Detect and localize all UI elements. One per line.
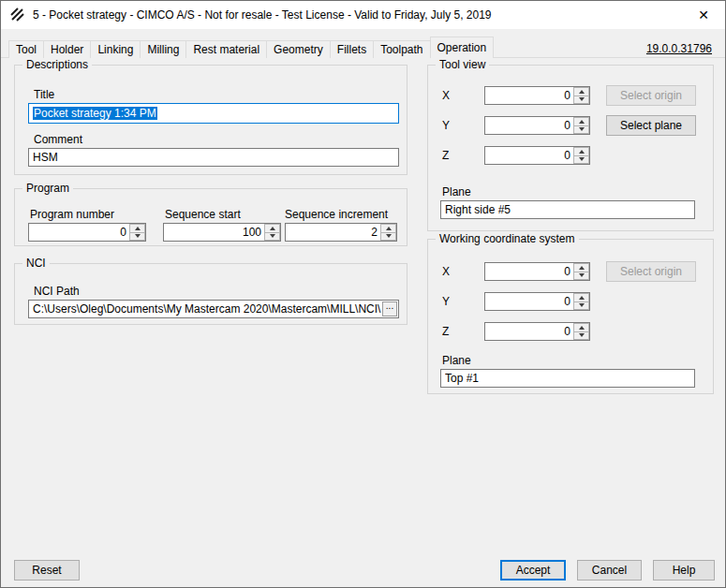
wcs-plane-input[interactable]: [440, 369, 695, 388]
tab-geometry[interactable]: Geometry: [266, 40, 331, 58]
select-origin-button: Select origin: [606, 85, 696, 106]
wcs-z-value: 0: [485, 323, 573, 340]
spin-down-button[interactable]: [573, 155, 589, 165]
help-button[interactable]: Help: [653, 560, 715, 581]
app-icon: [10, 7, 25, 22]
tab-bar: Tool Holder Linking Milling Rest materia…: [8, 37, 493, 58]
sequence-increment-value: 2: [286, 224, 380, 241]
tab-fillets[interactable]: Fillets: [330, 40, 374, 58]
tool-view-y-label: Y: [442, 119, 450, 132]
wcs-y-value: 0: [485, 293, 573, 310]
tool-view-plane-input[interactable]: [440, 200, 695, 219]
tool-view-x-value: 0: [485, 87, 573, 104]
group-descriptions: Descriptions Title Pocket strategy 1:34 …: [14, 65, 407, 175]
tool-view-z-value: 0: [485, 147, 573, 164]
sequence-increment-spinner[interactable]: 2: [285, 223, 397, 242]
sequence-start-value: 100: [164, 224, 264, 241]
down-arrow-icon: [579, 333, 585, 337]
title-input-selected-text: Pocket strategy 1:34 PM: [33, 107, 157, 120]
up-arrow-icon: [270, 227, 275, 230]
group-program-legend: Program: [22, 182, 73, 195]
window-title: 5 - Pocket strategy - CIMCO A/S - Not fo…: [33, 8, 492, 22]
tab-linking[interactable]: Linking: [90, 40, 141, 58]
tool-view-y-value: 0: [485, 117, 573, 134]
wcs-z-label: Z: [442, 325, 449, 338]
spin-down-button[interactable]: [573, 301, 589, 311]
tab-operation[interactable]: Operation: [430, 37, 495, 58]
group-tool-view-legend: Tool view: [436, 58, 489, 71]
nci-path-value: C:\Users\Oleg\Documents\My Mastercam 202…: [33, 302, 381, 316]
titlebar: 5 - Pocket strategy - CIMCO A/S - Not fo…: [1, 1, 725, 29]
group-nci-legend: NCI: [22, 257, 50, 270]
spin-down-button[interactable]: [573, 272, 589, 281]
version-link[interactable]: 19.0.0.31796: [646, 42, 712, 55]
nci-path-input[interactable]: C:\Users\Oleg\Documents\My Mastercam 202…: [28, 300, 399, 318]
comment-label: Comment: [34, 133, 82, 146]
wcs-y-spinner[interactable]: 0: [484, 292, 590, 311]
close-icon[interactable]: ✕: [695, 7, 712, 24]
tool-view-z-label: Z: [442, 149, 449, 162]
reset-button[interactable]: Reset: [14, 560, 80, 581]
down-arrow-icon: [135, 234, 141, 238]
tab-toolpath[interactable]: Toolpath: [373, 40, 430, 58]
tool-view-x-label: X: [442, 89, 450, 102]
up-arrow-icon: [579, 90, 585, 94]
spin-down-button[interactable]: [380, 232, 396, 242]
tab-holder[interactable]: Holder: [43, 40, 91, 58]
tool-view-x-spinner[interactable]: 0: [484, 86, 590, 105]
down-arrow-icon: [579, 97, 585, 101]
select-origin-button: Select origin: [606, 261, 696, 282]
spin-down-button[interactable]: [573, 125, 589, 135]
program-number-value: 0: [29, 224, 129, 241]
group-nci: NCI NCI Path C:\Users\Oleg\Documents\My …: [14, 263, 407, 325]
up-arrow-icon: [135, 227, 141, 230]
down-arrow-icon: [270, 234, 275, 238]
down-arrow-icon: [579, 303, 585, 307]
spin-down-button[interactable]: [264, 232, 280, 242]
sequence-start-spinner[interactable]: 100: [163, 223, 281, 242]
wcs-x-value: 0: [485, 263, 573, 280]
program-number-spinner[interactable]: 0: [28, 223, 146, 242]
tool-view-y-spinner[interactable]: 0: [484, 116, 590, 135]
title-label: Title: [34, 88, 54, 101]
tool-view-z-spinner[interactable]: 0: [484, 146, 590, 165]
down-arrow-icon: [386, 234, 392, 238]
group-wcs: Working coordinate system X 0 Select ori…: [427, 239, 714, 394]
spin-down-button[interactable]: [573, 96, 589, 105]
up-arrow-icon: [579, 296, 585, 300]
wcs-x-spinner[interactable]: 0: [484, 262, 590, 281]
up-arrow-icon: [579, 150, 585, 154]
comment-input[interactable]: [28, 148, 399, 167]
wcs-plane-label: Plane: [442, 354, 471, 367]
group-descriptions-legend: Descriptions: [22, 58, 92, 71]
group-wcs-legend: Working coordinate system: [436, 232, 579, 245]
browse-button[interactable]: ...: [382, 301, 397, 316]
accept-button[interactable]: Accept: [500, 560, 566, 581]
sequence-increment-label: Sequence increment: [285, 208, 388, 221]
up-arrow-icon: [579, 266, 585, 270]
nci-path-label: NCI Path: [34, 285, 80, 298]
sequence-start-label: Sequence start: [165, 208, 241, 221]
spin-down-button[interactable]: [129, 232, 145, 242]
up-arrow-icon: [579, 120, 585, 124]
tab-rest-material[interactable]: Rest material: [185, 40, 267, 58]
spin-down-button[interactable]: [573, 331, 589, 341]
up-arrow-icon: [386, 227, 392, 230]
down-arrow-icon: [579, 157, 585, 161]
up-arrow-icon: [579, 326, 585, 330]
tool-view-plane-label: Plane: [442, 185, 471, 198]
tab-tool[interactable]: Tool: [8, 40, 44, 58]
tab-milling[interactable]: Milling: [140, 40, 186, 58]
wcs-y-label: Y: [442, 295, 450, 308]
group-tool-view: Tool view X 0 Select origin Y 0 Select p…: [427, 65, 714, 231]
select-plane-button[interactable]: Select plane: [606, 115, 696, 136]
group-program: Program Program number 0 Sequence start …: [14, 188, 407, 246]
down-arrow-icon: [579, 273, 585, 277]
program-number-label: Program number: [30, 208, 114, 221]
wcs-x-label: X: [442, 265, 450, 278]
wcs-z-spinner[interactable]: 0: [484, 322, 590, 341]
title-input[interactable]: Pocket strategy 1:34 PM: [28, 103, 399, 124]
down-arrow-icon: [579, 127, 585, 131]
cancel-button[interactable]: Cancel: [577, 560, 642, 581]
dialog-window: 5 - Pocket strategy - CIMCO A/S - Not fo…: [0, 0, 726, 588]
